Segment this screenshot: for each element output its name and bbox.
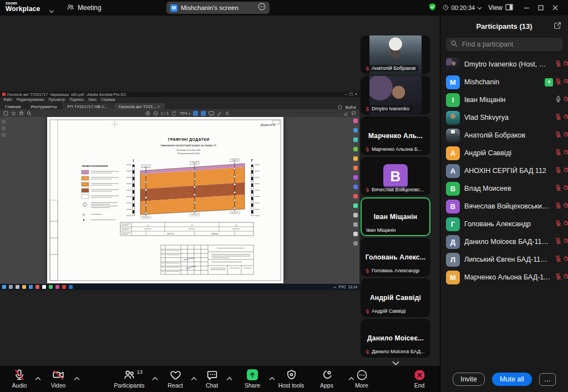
participant-row[interactable]: ЛЛипський Євген БАД-113СП [440, 251, 568, 268]
toolbar-item-video[interactable]: Video [37, 369, 79, 389]
tool-strip-icon[interactable] [353, 213, 358, 217]
acrobat-tab[interactable]: Главная [0, 103, 26, 109]
video-tile[interactable]: ВВячеслав Войцеховс... [361, 157, 430, 196]
participants-panel: Participants (13) Dmytro Ivanenko (Host,… [440, 16, 568, 392]
invite-button[interactable]: Invite [453, 373, 485, 386]
video-tile[interactable]: Dmytro Ivanenko [361, 76, 430, 115]
tool-strip-icon[interactable] [353, 203, 358, 208]
acrobat-scroll-view-button[interactable] [201, 111, 206, 116]
participant-row[interactable]: Dmytro Ivanenko (Host, me) [440, 55, 568, 73]
participant-row[interactable]: Vlad Shkvyrya [440, 109, 568, 126]
toolbar-item-end[interactable]: End [398, 369, 440, 389]
participant-name: Анатолій Бобраков [464, 131, 550, 139]
taskbar-icon[interactable] [55, 285, 59, 289]
taskbar-icon[interactable] [42, 285, 46, 289]
tab-meeting[interactable]: Meeting [67, 0, 102, 16]
acrobat-right-tools[interactable] [343, 111, 356, 116]
acrobat-tools-panel[interactable] [353, 119, 358, 246]
taskbar-icon[interactable] [9, 285, 13, 289]
participant-row[interactable]: ІІван Міщанін [440, 91, 568, 109]
acrobat-menu-item[interactable]: Просмотр [49, 98, 65, 101]
search-input[interactable] [461, 40, 558, 49]
taskbar-icon[interactable] [2, 285, 6, 289]
view-button[interactable]: View [488, 4, 513, 12]
taskbar-icon[interactable] [29, 285, 33, 289]
toolbar-item-more[interactable]: More [341, 369, 383, 389]
participant-row[interactable]: ААндрій Саввіді [440, 144, 568, 162]
collapse-strip-button[interactable] [361, 359, 430, 366]
tool-strip-icon[interactable] [353, 241, 358, 246]
video-tile[interactable]: Марченко Аль...Марченко Альона Б... [361, 116, 430, 155]
video-tile[interactable]: Головань Алекс...Головань Александр [361, 238, 430, 277]
participant-row[interactable]: MMishchanin [440, 73, 568, 91]
meeting-timer[interactable]: 00:20:34 [443, 4, 482, 12]
acrobat-titlebar: Геологія акт ТУ021717_Черкаська_обл.pdf … [0, 91, 359, 97]
participant-row[interactable]: ААНОХІН СЕРГІЙ БАД 112 [440, 162, 568, 180]
toolbar-item-label: Host tools [278, 382, 305, 389]
close-button[interactable] [548, 0, 562, 16]
acrobat-page-view-button[interactable] [193, 111, 198, 116]
acrobat-tab[interactable]: Геологія акт ТУ21... × [113, 103, 165, 109]
tool-strip-icon[interactable] [353, 156, 358, 161]
shared-screen-tab[interactable]: M Mishchanin's screen [166, 2, 270, 14]
taskbar-icon[interactable] [16, 285, 19, 289]
acrobat-tab[interactable]: РП ТУ021717 НВ-С... [62, 103, 113, 109]
mic-muted-icon [365, 187, 370, 192]
acrobat-nav-pane-icons[interactable] [2, 120, 6, 137]
acrobat-menu-item[interactable]: Редактирование [17, 98, 44, 101]
camera-off-icon [564, 184, 568, 194]
video-tile[interactable]: Андрій СаввідіАндрій Саввіді [361, 278, 430, 317]
acrobat-view-tools[interactable]: 1 / 1 75% ▾ [145, 111, 230, 116]
acrobat-file-tools[interactable] [3, 111, 32, 116]
acrobat-menu-item[interactable]: Файл [3, 98, 12, 101]
participant-row[interactable]: Анатолій Бобраков [440, 126, 568, 144]
acrobat-zoom-level[interactable]: 75% ▾ [179, 111, 190, 116]
participant-search[interactable] [446, 38, 562, 51]
mute-all-button[interactable]: Mute all [492, 373, 532, 386]
tool-strip-icon[interactable] [353, 128, 358, 133]
tile-name-label: Анатолій Бобраков [363, 65, 418, 72]
video-tile[interactable]: Данило Моісеє...Данило Моісеєв БАД... [361, 319, 430, 358]
tool-strip-icon[interactable] [353, 119, 358, 123]
toolbar-item-share[interactable]: Share [231, 369, 273, 389]
tool-strip-icon[interactable] [353, 166, 358, 170]
video-tile[interactable]: Анатолій Бобраков [361, 35, 430, 74]
tool-strip-icon[interactable] [353, 232, 358, 236]
tool-strip-icon[interactable] [353, 175, 358, 180]
acrobat-window-controls[interactable]: – ▢ × [345, 92, 357, 96]
taskbar-icon[interactable] [49, 285, 53, 289]
toolbar-caret-up-icon[interactable] [74, 373, 80, 383]
taskbar-icon[interactable] [62, 285, 66, 289]
tile-name-label: Андрій Саввіді [363, 308, 408, 314]
participant-row[interactable]: ММарченко Альона БАД-112 [440, 268, 568, 286]
tool-strip-icon[interactable] [353, 185, 358, 189]
participant-row[interactable]: ВВячеслав Войцеховський БАД-1... [440, 197, 568, 215]
left-depth-ruler [133, 165, 134, 216]
system-tray[interactable]: РУС 13:14 [333, 285, 357, 289]
participant-row[interactable]: ВВлад Моисеев [440, 180, 568, 197]
taskbar-icon[interactable] [36, 285, 39, 289]
toolbar-item-react[interactable]: React [154, 369, 196, 389]
panel-more-button[interactable]: … [539, 373, 556, 386]
participant-row[interactable]: ДДанило Моісеєв БАД-113сп [440, 233, 568, 251]
acrobat-tab[interactable]: Инструменты [26, 103, 62, 109]
video-tile[interactable]: Іван МіщанінІван Міщанін [361, 197, 430, 236]
maximize-button[interactable] [534, 0, 548, 16]
toolbar-item-participants[interactable]: 13Participants [108, 369, 150, 389]
participant-row[interactable]: ГГоловань Александр [440, 215, 568, 233]
acrobat-menu-item[interactable]: Справка [101, 98, 115, 101]
minimize-button[interactable] [519, 0, 534, 16]
acrobat-sign-in[interactable]: Войти [345, 105, 356, 109]
mic-on-icon [555, 95, 562, 105]
workspace-chevron-down-icon[interactable] [49, 6, 54, 16]
tool-strip-icon[interactable] [353, 222, 358, 227]
taskbar-icon[interactable] [69, 285, 73, 289]
pop-out-panel-icon[interactable] [554, 22, 561, 31]
tool-strip-icon[interactable] [353, 138, 358, 142]
screen-options-ellipsis-icon[interactable] [258, 3, 266, 13]
tool-strip-icon[interactable] [353, 194, 358, 198]
taskbar-icon[interactable] [22, 285, 26, 289]
acrobat-menu-item[interactable]: Окно [88, 98, 97, 101]
tool-strip-icon[interactable] [353, 147, 358, 151]
acrobat-menu-item[interactable]: Подпись [69, 98, 84, 101]
